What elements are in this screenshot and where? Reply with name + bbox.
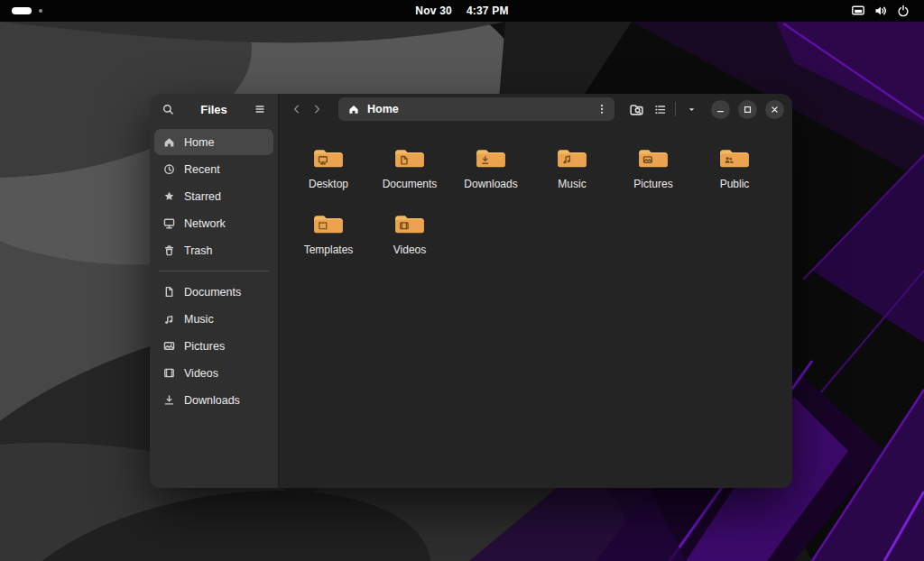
- folder-name: Music: [558, 178, 586, 190]
- home-icon: [347, 103, 360, 115]
- sidebar-item-network[interactable]: Network: [154, 210, 273, 236]
- workspace-indicator[interactable]: [12, 7, 42, 14]
- path-bar[interactable]: Home: [338, 97, 614, 121]
- folder-videos[interactable]: Videos: [371, 205, 448, 271]
- folder-downloads[interactable]: Downloads: [452, 139, 530, 205]
- sidebar-item-label: Documents: [184, 286, 241, 299]
- maximize-button[interactable]: [738, 100, 757, 119]
- document-icon: [162, 285, 176, 299]
- sidebar-item-label: Network: [184, 217, 226, 230]
- back-button[interactable]: [287, 99, 307, 119]
- folder-icon: [555, 144, 589, 171]
- main-pane: Home: [279, 94, 792, 488]
- sidebar-list: Home Recent Starred Network: [150, 124, 278, 488]
- folder-icon: [393, 210, 427, 237]
- clock-icon: [162, 162, 176, 177]
- sidebar-separator: [159, 271, 269, 271]
- display-icon: [851, 4, 865, 18]
- folder-name: Pictures: [633, 178, 672, 190]
- sidebar-item-videos[interactable]: Videos: [154, 360, 273, 386]
- minimize-icon: [715, 104, 726, 115]
- power-icon: [896, 4, 910, 18]
- sidebar-item-label: Trash: [184, 244, 213, 257]
- folder-public[interactable]: Public: [696, 139, 773, 205]
- sidebar-item-downloads[interactable]: Downloads: [154, 387, 273, 413]
- list-view-icon: [653, 103, 667, 116]
- sidebar-item-label: Music: [184, 313, 214, 326]
- star-icon: [162, 189, 176, 204]
- current-location: Home: [367, 103, 585, 115]
- close-button[interactable]: [765, 100, 784, 119]
- sidebar-item-label: Videos: [184, 367, 218, 380]
- folder-name: Public: [720, 178, 750, 190]
- folder-name: Videos: [393, 244, 426, 256]
- sidebar-item-label: Home: [184, 136, 214, 149]
- folder-name: Documents: [383, 178, 438, 190]
- minimize-button[interactable]: [711, 100, 730, 119]
- volume-icon: [873, 4, 888, 18]
- folder-icon: [717, 144, 752, 171]
- main-menu-button[interactable]: [249, 98, 271, 120]
- sidebar-item-starred[interactable]: Starred: [154, 183, 273, 209]
- sidebar-item-music[interactable]: Music: [154, 306, 273, 332]
- hamburger-menu-icon: [254, 103, 266, 115]
- close-icon: [769, 104, 781, 115]
- folder-name: Desktop: [309, 178, 348, 190]
- maximize-icon: [742, 104, 753, 115]
- view-options-button[interactable]: [681, 99, 701, 119]
- network-display-icon: [162, 216, 176, 231]
- folder-search-icon: [629, 102, 644, 117]
- download-icon: [162, 393, 176, 408]
- sidebar-header: Files: [150, 94, 278, 124]
- topbar-date: Nov 30: [415, 5, 452, 17]
- search-everywhere-button[interactable]: [626, 99, 646, 119]
- file-grid: Desktop Documents Downloads: [279, 124, 792, 488]
- path-menu-button[interactable]: [592, 99, 612, 119]
- folder-icon: [474, 144, 508, 171]
- caret-down-icon: [687, 105, 697, 115]
- sidebar-item-recent[interactable]: Recent: [154, 156, 273, 182]
- folder-name: Templates: [304, 244, 354, 256]
- chevron-left-icon: [291, 103, 303, 115]
- list-view-button[interactable]: [650, 99, 670, 119]
- topbar-time: 4:37 PM: [467, 5, 509, 17]
- headerbar: Home: [279, 94, 792, 124]
- folder-music[interactable]: Music: [533, 139, 611, 205]
- sidebar-item-pictures[interactable]: Pictures: [154, 333, 273, 359]
- chevron-right-icon: [310, 103, 323, 115]
- folder-name: Downloads: [464, 178, 517, 190]
- folder-icon: [311, 144, 346, 171]
- home-icon: [162, 135, 176, 150]
- folder-icon: [393, 144, 427, 171]
- system-status-area[interactable]: [847, 0, 914, 22]
- clock-button[interactable]: Nov 30 4:37 PM: [415, 5, 508, 17]
- workspace-dot: [39, 9, 42, 13]
- film-icon: [162, 366, 176, 381]
- window-controls: [711, 100, 784, 119]
- top-bar: Nov 30 4:37 PM: [0, 0, 924, 22]
- sidebar-item-documents[interactable]: Documents: [154, 279, 273, 305]
- toolbar-divider: [675, 102, 676, 116]
- forward-button[interactable]: [307, 99, 327, 119]
- picture-icon: [162, 339, 176, 354]
- sidebar-item-trash[interactable]: Trash: [154, 237, 273, 263]
- search-icon: [162, 103, 175, 116]
- sidebar: Files Home Recent: [150, 94, 279, 488]
- headerbar-actions: [626, 99, 701, 119]
- music-note-icon: [162, 312, 176, 326]
- active-workspace-pill: [12, 7, 32, 14]
- folder-templates[interactable]: Templates: [290, 205, 367, 271]
- folder-desktop[interactable]: Desktop: [290, 139, 367, 205]
- folder-icon: [311, 210, 346, 237]
- folder-documents[interactable]: Documents: [371, 139, 448, 205]
- search-button[interactable]: [157, 98, 179, 120]
- sidebar-item-label: Starred: [184, 190, 221, 203]
- trash-icon: [162, 244, 176, 258]
- app-title: Files: [179, 103, 249, 116]
- sidebar-item-label: Recent: [184, 163, 220, 176]
- sidebar-item-home[interactable]: Home: [154, 129, 273, 155]
- files-window: Files Home Recent: [150, 94, 792, 488]
- sidebar-item-label: Pictures: [184, 340, 225, 353]
- folder-icon: [636, 144, 670, 171]
- folder-pictures[interactable]: Pictures: [614, 139, 692, 205]
